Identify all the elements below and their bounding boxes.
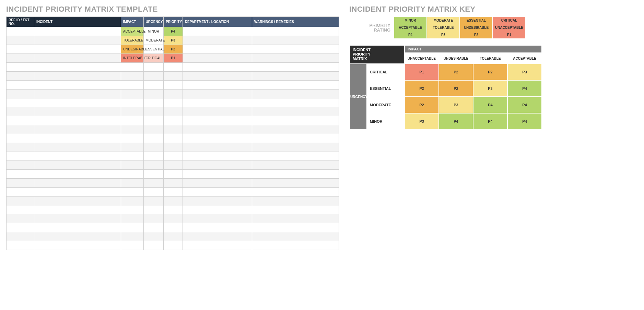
- table-row[interactable]: TOLERABLEMODERATEP3: [7, 36, 339, 45]
- table-row[interactable]: [7, 116, 339, 125]
- empty-cell[interactable]: [143, 107, 164, 116]
- cell-priority[interactable]: P2: [164, 45, 183, 54]
- empty-cell[interactable]: [183, 205, 252, 214]
- table-row[interactable]: INTOLERABLECRITICALP1: [7, 54, 339, 63]
- empty-cell[interactable]: [7, 232, 34, 241]
- empty-cell[interactable]: [121, 63, 143, 72]
- cell-urgency[interactable]: MODERATE: [143, 36, 164, 45]
- table-row[interactable]: [7, 98, 339, 107]
- empty-cell[interactable]: [7, 125, 34, 134]
- empty-cell[interactable]: [252, 188, 339, 196]
- empty-cell[interactable]: [7, 98, 34, 107]
- empty-cell[interactable]: [7, 241, 34, 250]
- empty-cell[interactable]: [183, 196, 252, 205]
- empty-cell[interactable]: [121, 214, 143, 223]
- empty-cell[interactable]: [7, 223, 34, 232]
- empty-cell[interactable]: [34, 241, 121, 250]
- empty-cell[interactable]: [164, 116, 183, 125]
- empty-cell[interactable]: [34, 63, 121, 72]
- empty-cell[interactable]: [143, 63, 164, 72]
- empty-cell[interactable]: [164, 214, 183, 223]
- empty-cell[interactable]: [143, 116, 164, 125]
- table-row[interactable]: [7, 170, 339, 179]
- empty-cell[interactable]: [34, 152, 121, 161]
- table-row[interactable]: [7, 241, 339, 250]
- empty-cell[interactable]: [183, 116, 252, 125]
- cell-priority[interactable]: P1: [164, 54, 183, 63]
- empty-cell[interactable]: [183, 170, 252, 179]
- empty-cell[interactable]: [252, 223, 339, 232]
- empty-cell[interactable]: [143, 232, 164, 241]
- empty-cell[interactable]: [121, 90, 143, 98]
- empty-cell[interactable]: [34, 205, 121, 214]
- empty-cell[interactable]: [143, 196, 164, 205]
- empty-cell[interactable]: [252, 90, 339, 98]
- empty-cell[interactable]: [143, 179, 164, 188]
- empty-cell[interactable]: [34, 125, 121, 134]
- empty-cell[interactable]: [164, 170, 183, 179]
- table-row[interactable]: [7, 143, 339, 152]
- empty-cell[interactable]: [7, 161, 34, 170]
- empty-cell[interactable]: [34, 116, 121, 125]
- table-row[interactable]: [7, 196, 339, 205]
- empty-cell[interactable]: [252, 152, 339, 161]
- cell-incident[interactable]: [34, 45, 121, 54]
- cell-impact[interactable]: TOLERABLE: [121, 36, 143, 45]
- empty-cell[interactable]: [121, 232, 143, 241]
- empty-cell[interactable]: [7, 205, 34, 214]
- table-row[interactable]: [7, 188, 339, 196]
- cell-impact[interactable]: INTOLERABLE: [121, 54, 143, 63]
- empty-cell[interactable]: [252, 232, 339, 241]
- empty-cell[interactable]: [34, 134, 121, 143]
- empty-cell[interactable]: [121, 107, 143, 116]
- cell-warn[interactable]: [252, 36, 339, 45]
- empty-cell[interactable]: [252, 116, 339, 125]
- empty-cell[interactable]: [183, 152, 252, 161]
- empty-cell[interactable]: [183, 232, 252, 241]
- empty-cell[interactable]: [252, 170, 339, 179]
- empty-cell[interactable]: [121, 116, 143, 125]
- empty-cell[interactable]: [7, 152, 34, 161]
- table-row[interactable]: UNDESIRABLEESSENTIALP2: [7, 45, 339, 54]
- cell-ref[interactable]: [7, 36, 34, 45]
- empty-cell[interactable]: [143, 214, 164, 223]
- empty-cell[interactable]: [34, 98, 121, 107]
- empty-cell[interactable]: [34, 161, 121, 170]
- empty-cell[interactable]: [164, 205, 183, 214]
- empty-cell[interactable]: [7, 170, 34, 179]
- empty-cell[interactable]: [7, 188, 34, 196]
- empty-cell[interactable]: [34, 179, 121, 188]
- empty-cell[interactable]: [164, 161, 183, 170]
- empty-cell[interactable]: [252, 214, 339, 223]
- empty-cell[interactable]: [121, 188, 143, 196]
- empty-cell[interactable]: [34, 223, 121, 232]
- empty-cell[interactable]: [164, 188, 183, 196]
- table-row[interactable]: [7, 232, 339, 241]
- empty-cell[interactable]: [183, 241, 252, 250]
- empty-cell[interactable]: [164, 90, 183, 98]
- empty-cell[interactable]: [252, 81, 339, 90]
- empty-cell[interactable]: [7, 134, 34, 143]
- empty-cell[interactable]: [34, 72, 121, 81]
- empty-cell[interactable]: [164, 134, 183, 143]
- empty-cell[interactable]: [252, 63, 339, 72]
- empty-cell[interactable]: [143, 188, 164, 196]
- empty-cell[interactable]: [183, 125, 252, 134]
- empty-cell[interactable]: [164, 179, 183, 188]
- empty-cell[interactable]: [34, 143, 121, 152]
- empty-cell[interactable]: [34, 81, 121, 90]
- empty-cell[interactable]: [7, 143, 34, 152]
- empty-cell[interactable]: [183, 179, 252, 188]
- cell-ref[interactable]: [7, 54, 34, 63]
- empty-cell[interactable]: [121, 179, 143, 188]
- empty-cell[interactable]: [121, 241, 143, 250]
- empty-cell[interactable]: [7, 116, 34, 125]
- cell-priority[interactable]: P3: [164, 36, 183, 45]
- empty-cell[interactable]: [121, 125, 143, 134]
- cell-urgency[interactable]: ESSENTIAL: [143, 45, 164, 54]
- table-row[interactable]: [7, 152, 339, 161]
- empty-cell[interactable]: [252, 179, 339, 188]
- cell-warn[interactable]: [252, 54, 339, 63]
- empty-cell[interactable]: [143, 90, 164, 98]
- empty-cell[interactable]: [164, 72, 183, 81]
